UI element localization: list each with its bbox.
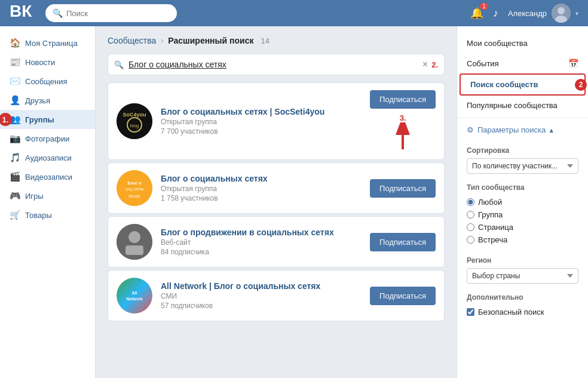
news-icon: 📰 bbox=[10, 57, 20, 67]
sort-section: Сортировка По количеству участник... bbox=[457, 139, 588, 176]
svg-text:SoC4you: SoC4you bbox=[122, 112, 146, 118]
svg-rect-4 bbox=[117, 103, 152, 139]
annotation-3-label: 3. bbox=[400, 113, 406, 122]
result-card-1: SoC4you blog Блог о социальных сетях | S… bbox=[108, 82, 445, 160]
sidebar-item-games[interactable]: 🎮 Игры bbox=[0, 186, 95, 205]
radio-any-input[interactable] bbox=[467, 198, 474, 206]
result-name-2[interactable]: Блог о социальных сетях bbox=[161, 174, 362, 183]
result-name-1[interactable]: Блог о социальных сетях | SocSeti4you bbox=[161, 107, 362, 116]
sidebar-item-news[interactable]: 📰 Новости bbox=[0, 53, 95, 72]
rp-events-label: События bbox=[467, 59, 499, 68]
top-nav: ВК 🔍 Поиск 🔔 1 ♪ Александр ▾ bbox=[0, 0, 588, 26]
radio-group-input[interactable] bbox=[467, 211, 474, 219]
sidebar-label-groups: Группы bbox=[25, 115, 54, 124]
sidebar-item-goods[interactable]: 🛒 Товары bbox=[0, 205, 95, 225]
community-search-bar[interactable]: 🔍 × 2. bbox=[108, 54, 445, 75]
subscribe-button-4[interactable]: Подписаться bbox=[370, 287, 436, 305]
result-info-2: Блог о социальных сетях Открытая группа … bbox=[161, 174, 362, 202]
result-type-2: Открытая группа bbox=[161, 185, 362, 193]
result-name-3[interactable]: Блог о продвижении в социальных сетях bbox=[161, 228, 362, 237]
sidebar-item-photos[interactable]: 📷 Фотографии bbox=[0, 129, 95, 148]
sidebar-item-video[interactable]: 🎬 Видеозаписи bbox=[0, 167, 95, 186]
sidebar-label-my-page: Моя Страница bbox=[25, 39, 78, 48]
rp-search-label: Поиск сообществ bbox=[470, 80, 538, 89]
region-section: Регион Выбор страны bbox=[457, 249, 588, 286]
radio-page[interactable]: Страница bbox=[467, 223, 578, 232]
rp-events[interactable]: События 📅 bbox=[457, 53, 588, 73]
svg-text:ВК: ВК bbox=[10, 4, 32, 19]
svg-rect-16 bbox=[125, 245, 143, 255]
rp-popular-communities[interactable]: Популярные сообщества bbox=[457, 96, 588, 115]
sidebar-label-video: Видеозаписи bbox=[25, 173, 72, 182]
sidebar-label-audio: Аудиозаписи bbox=[25, 153, 72, 162]
music-button[interactable]: ♪ bbox=[493, 7, 498, 20]
search-clear-button[interactable]: × bbox=[422, 59, 428, 70]
radio-any[interactable]: Любой bbox=[467, 198, 578, 207]
sidebar-label-games: Игры bbox=[25, 192, 44, 201]
sidebar-item-my-page[interactable]: 🏠 Моя Страница bbox=[0, 33, 95, 53]
username-label: Александр bbox=[508, 9, 547, 18]
global-search-bar[interactable]: 🔍 Поиск bbox=[45, 4, 177, 22]
photos-icon: 📷 bbox=[10, 133, 20, 144]
filter-toggle[interactable]: ⚙ Параметры поиска ▲ bbox=[457, 121, 588, 139]
radio-event[interactable]: Встреча bbox=[467, 235, 578, 244]
sort-select[interactable]: По количеству участник... bbox=[467, 158, 578, 174]
video-icon: 🎬 bbox=[10, 171, 20, 182]
vk-logo[interactable]: ВК bbox=[10, 4, 33, 23]
community-type-section: Тип сообщества bbox=[457, 176, 588, 198]
rp-search-communities[interactable]: Поиск сообществ 2 bbox=[460, 73, 586, 96]
subscribe-button-2[interactable]: Подписаться bbox=[370, 179, 436, 198]
main-content: Сообщества › Расширенный поиск 14 🔍 × 2.… bbox=[96, 26, 457, 378]
breadcrumb-parent[interactable]: Сообщества bbox=[108, 36, 156, 45]
svg-text:Network: Network bbox=[126, 297, 143, 301]
sidebar-item-messages[interactable]: ✉️ Сообщения bbox=[0, 72, 95, 91]
safe-search-label: Безопасный поиск bbox=[478, 308, 544, 316]
radio-group[interactable]: Группа bbox=[467, 210, 578, 219]
result-card-4: All Network All Network | Блог о социаль… bbox=[108, 270, 445, 321]
notifications-button[interactable]: 🔔 1 bbox=[470, 7, 483, 20]
radio-page-input[interactable] bbox=[467, 223, 474, 231]
sidebar-label-news: Новости bbox=[25, 58, 55, 67]
subscribe-button-1[interactable]: Подписаться bbox=[370, 90, 436, 109]
user-chevron-icon: ▾ bbox=[575, 10, 578, 17]
breadcrumb-current: Расширенный поиск bbox=[168, 36, 253, 45]
global-search-input[interactable]: Поиск bbox=[66, 9, 168, 18]
region-select[interactable]: Выбор страны bbox=[467, 268, 578, 284]
svg-text:Блог о: Блог о bbox=[128, 181, 142, 185]
home-icon: 🏠 bbox=[10, 38, 20, 48]
rp-my-communities[interactable]: Мои сообщества bbox=[457, 33, 588, 53]
svg-text:blog: blog bbox=[130, 123, 139, 128]
radio-event-input[interactable] bbox=[467, 236, 474, 244]
topnav-icons: 🔔 1 ♪ Александр ▾ bbox=[470, 4, 578, 23]
community-search-input[interactable] bbox=[128, 60, 422, 69]
sidebar-label-goods: Товары bbox=[25, 211, 52, 220]
messages-icon: ✉️ bbox=[10, 76, 20, 87]
svg-text:соц сетях: соц сетях bbox=[125, 187, 144, 192]
additional-section: Дополнительно bbox=[457, 286, 588, 308]
sidebar-item-groups[interactable]: 👥 Группы 1. bbox=[0, 110, 95, 129]
result-members-4: 57 подписчиков bbox=[161, 302, 362, 310]
safe-search-checkbox[interactable]: Безопасный поиск bbox=[457, 308, 588, 321]
svg-point-2 bbox=[558, 7, 565, 14]
sidebar-item-friends[interactable]: 👤 Друзья bbox=[0, 91, 95, 110]
result-info-4: All Network | Блог о социальных сетях СМ… bbox=[161, 281, 362, 310]
search-results: SoC4you blog Блог о социальных сетях | S… bbox=[108, 82, 445, 321]
svg-rect-17 bbox=[117, 278, 152, 314]
sidebar-item-audio[interactable]: 🎵 Аудиозаписи bbox=[0, 148, 95, 167]
result-members-2: 1 758 участников bbox=[161, 194, 362, 202]
result-name-4[interactable]: All Network | Блог о социальных сетях bbox=[161, 281, 362, 291]
search-icon-top: 🔍 bbox=[53, 8, 63, 18]
sort-label: Сортировка bbox=[467, 146, 578, 155]
additional-label: Дополнительно bbox=[467, 293, 578, 302]
community-type-label: Тип сообщества bbox=[467, 183, 578, 192]
annotation-3: 3. bbox=[394, 113, 412, 152]
radio-page-label: Страница bbox=[478, 223, 513, 232]
divider-1 bbox=[457, 118, 588, 118]
audio-icon: 🎵 bbox=[10, 152, 20, 163]
search-icon: 🔍 bbox=[114, 60, 124, 69]
safe-search-input[interactable] bbox=[467, 308, 474, 316]
result-avatar-1: SoC4you blog bbox=[117, 103, 152, 139]
user-menu[interactable]: Александр ▾ bbox=[508, 4, 578, 23]
subscribe-button-3[interactable]: Подписаться bbox=[370, 233, 436, 251]
radio-any-label: Любой bbox=[478, 198, 502, 207]
